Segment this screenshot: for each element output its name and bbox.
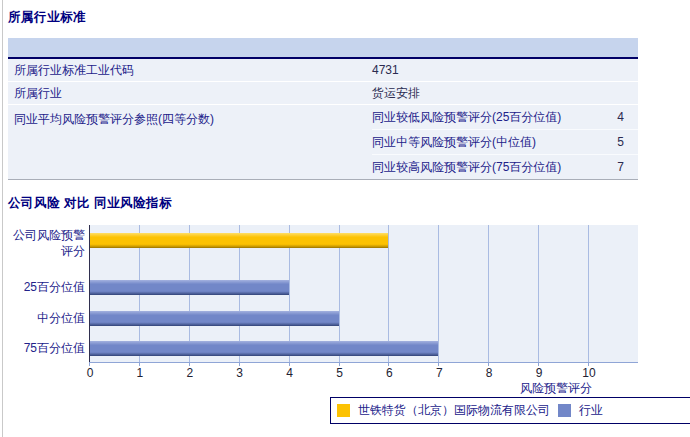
category-label: 25百分位值 (7, 279, 85, 295)
sic-code-value: 4731 (372, 63, 638, 77)
bar (90, 341, 438, 356)
bar (90, 311, 339, 326)
peer-median-score-label: 同业中等风险预警评分(中位值) (372, 134, 584, 151)
peer-high-score-value: 7 (584, 160, 638, 174)
table-row: 所属行业 货运安排 (8, 82, 638, 105)
x-axis-tick-label: 5 (325, 366, 355, 380)
bar (90, 280, 289, 295)
table-bottom-border (8, 179, 638, 180)
x-axis-tick-label: 6 (374, 366, 404, 380)
x-axis-tick-label: 0 (75, 366, 105, 380)
category-label: 75百分位值 (7, 340, 85, 356)
peer-low-score-label: 同业较低风险预警评分(25百分位值) (372, 109, 584, 126)
company-legend-label: 世铁特货（北京）国际物流有限公司 (358, 402, 550, 419)
x-axis-tick-label: 1 (125, 366, 155, 380)
x-axis-tick-label: 9 (524, 366, 554, 380)
peer-average-score-label: 同业平均风险预警评分参照(四等分数) (8, 105, 372, 128)
gridline (538, 225, 539, 362)
category-label: 中分位值 (7, 310, 85, 326)
page-left-border (2, 0, 3, 437)
peer-high-score-label: 同业较高风险预警评分(75百分位值) (372, 159, 584, 176)
industry-value: 货运安排 (372, 85, 638, 102)
x-axis-label: 风险预警评分 (392, 380, 592, 397)
chart-legend: 世铁特货（北京）国际物流有限公司 行业 (330, 397, 690, 424)
x-axis-tick-label: 7 (424, 366, 454, 380)
peer-median-score-value: 5 (584, 135, 638, 149)
table-row: 所属行业标准工业代码 4731 (8, 59, 638, 82)
peer-score-subrows: 同业较低风险预警评分(25百分位值) 4 同业中等风险预警评分(中位值) 5 同… (372, 105, 638, 179)
gridline (488, 225, 489, 362)
x-axis-tick-label: 3 (225, 366, 255, 380)
x-axis-tick-label: 10 (574, 366, 604, 380)
gridline (438, 225, 439, 362)
table-subrow: 同业较低风险预警评分(25百分位值) 4 (372, 105, 638, 129)
industry-standard-table: 所属行业标准工业代码 4731 所属行业 货运安排 同业平均风险预警评分参照(四… (8, 38, 638, 180)
industry-standard-section-title: 所属行业标准 (8, 9, 86, 26)
bar (90, 233, 388, 248)
table-subrow: 同业较高风险预警评分(75百分位值) 7 (372, 154, 638, 179)
table-row: 同业平均风险预警评分参照(四等分数) 同业较低风险预警评分(25百分位值) 4 … (8, 105, 638, 179)
company-legend-swatch (337, 404, 350, 417)
x-axis-tick-label: 4 (275, 366, 305, 380)
sic-code-label: 所属行业标准工业代码 (8, 62, 372, 79)
risk-comparison-section-title: 公司风险 对比 同业风险指标 (8, 195, 172, 212)
x-axis-tick-label: 8 (474, 366, 504, 380)
table-subrow: 同业中等风险预警评分(中位值) 5 (372, 129, 638, 154)
industry-label: 所属行业 (8, 85, 372, 102)
industry-legend-label: 行业 (579, 402, 603, 419)
peer-low-score-value: 4 (584, 110, 638, 124)
x-axis-tick-label: 2 (175, 366, 205, 380)
industry-legend-swatch (558, 404, 571, 417)
gridline (588, 225, 589, 362)
table-header-band (8, 38, 638, 59)
category-label: 公司风险预警评分 (7, 227, 85, 259)
